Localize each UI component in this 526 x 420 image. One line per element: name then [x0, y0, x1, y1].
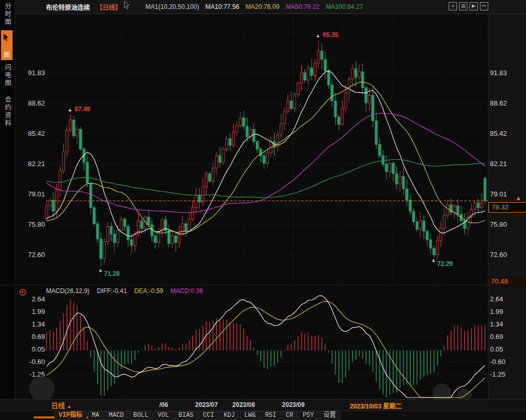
indicator-settings-icon[interactable]: [19, 289, 26, 296]
indicator-tab-bar: VIP指标MAMACDBOLLVOLBIASCCIKDJLW&RSICRPSY设…: [54, 411, 340, 419]
indicator-tab-KDJ[interactable]: KDJ: [220, 411, 239, 419]
indicator-tab-PSY[interactable]: PSY: [299, 411, 318, 419]
indicator-tab-BOLL[interactable]: BOLL: [129, 411, 153, 419]
indicator-tab-VOL[interactable]: VOL: [154, 411, 174, 419]
indicator-tab-设置[interactable]: 设置: [319, 411, 340, 419]
sidebar-item-kline-label[interactable]: 图: [1, 50, 13, 60]
ma20-value: MA20:78.09: [245, 3, 279, 10]
play-forward-icon[interactable]: ▶: [470, 2, 478, 10]
macd-hist-value: MACD:0.36: [170, 287, 203, 295]
indicator-window-icon[interactable]: ▥: [459, 2, 467, 10]
indicator-tab-RSI[interactable]: RSI: [261, 411, 281, 419]
period-selector-label: 日线: [51, 402, 65, 410]
date-axis-label: /06: [159, 401, 168, 409]
macd-dea-value: DEA:-0.59: [134, 287, 163, 295]
high-price-annotation: 87.49: [75, 106, 90, 113]
indicator-tab-VIP指标[interactable]: VIP指标: [54, 411, 87, 419]
pan-tool-icon[interactable]: +: [449, 2, 457, 10]
sidebar-item-contract-info[interactable]: 合约资料: [2, 96, 12, 127]
ma50-value: MA50:79.22: [285, 3, 319, 10]
indicator-tab-CR[interactable]: CR: [282, 411, 298, 419]
extreme-cross-marker: +: [432, 259, 435, 263]
low-price-annotation: 71.28: [104, 270, 120, 277]
indicator-tab-MA[interactable]: MA: [88, 411, 104, 419]
low-price-annotation: 72.29: [437, 260, 453, 267]
indicator-tab-MACD[interactable]: MACD: [105, 411, 128, 419]
indicator-tab-BIAS[interactable]: BIAS: [174, 411, 198, 419]
date-axis-label: 2023/09: [282, 401, 304, 409]
jump-latest-icon[interactable]: ↦: [480, 2, 488, 10]
mouse-cursor: [124, 1, 130, 9]
visible-range-low-label: 70.48: [488, 277, 526, 286]
ma100-value: MA100:84.27: [326, 3, 363, 10]
last-price-badge: 78.32: [488, 202, 526, 213]
instrument-title: 布伦特原油连续: [46, 3, 90, 11]
selected-date-label: 2023/10/03 星期二: [348, 401, 403, 410]
macd-params-label: MACD(26,12,9): [46, 287, 89, 295]
period-tag[interactable]: 【日线】: [96, 3, 121, 11]
macd-diff-value: DIFF:-0.41: [97, 287, 127, 295]
date-axis-label: 2023/08: [232, 401, 255, 409]
ma10-value: MA10:77.56: [205, 3, 239, 10]
extreme-cross-marker: +: [68, 108, 72, 112]
chart-area[interactable]: [0, 0, 526, 420]
sidebar-item-lightning[interactable]: 闪电图: [2, 64, 12, 87]
high-price-annotation: 95.35: [323, 31, 338, 39]
sidebar-item-timeshare[interactable]: 分时图: [2, 3, 12, 26]
indicator-tab-CCI[interactable]: CCI: [199, 411, 219, 419]
date-axis-row: [0, 399, 526, 411]
triangle-up-icon: ▲: [67, 404, 72, 409]
date-axis-label: 2023/07: [195, 401, 218, 409]
ma-params-label: MA1(10,20,50,100): [145, 3, 199, 10]
extreme-cross-marker: +: [316, 34, 319, 38]
macd-header: MACD(26,12,9) DIFF:-0.41 DEA:-0.59 MACD:…: [46, 287, 203, 295]
chart-toolbar: +▥▶↦: [449, 2, 488, 10]
mouse-cursor-2: [3, 33, 9, 42]
price-up-arrow-icon: ▲: [516, 195, 521, 201]
indicator-tab-LW&[interactable]: LW&: [240, 411, 260, 419]
extreme-cross-marker: +: [99, 269, 102, 273]
period-selector[interactable]: 日线 ▲: [51, 400, 72, 410]
sidebar-item-kline-selected[interactable]: [1, 30, 13, 50]
chart-header: 布伦特原油连续 【日线】 MA1(10,20,50,100) MA10:77.5…: [46, 0, 363, 14]
